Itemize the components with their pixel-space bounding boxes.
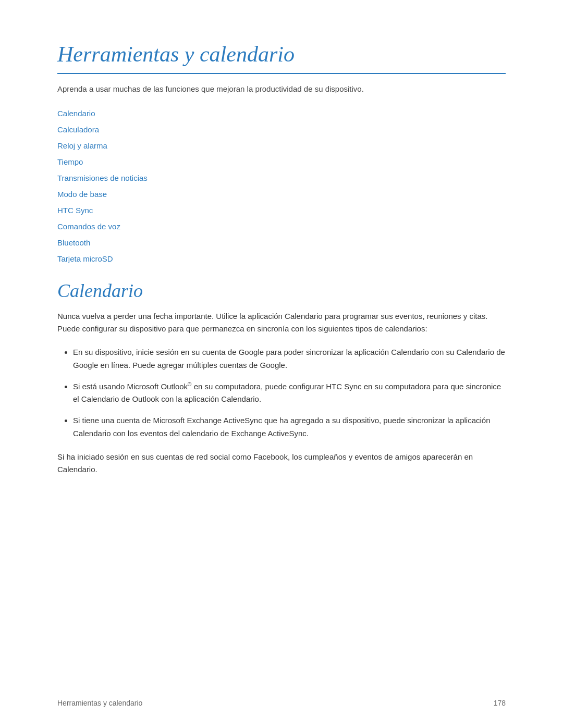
- bullet-item-1: En su dispositivo, inicie sesión en su c…: [73, 346, 506, 372]
- toc-link-comandos-voz[interactable]: Comandos de voz: [57, 221, 506, 232]
- toc-link-htc-sync[interactable]: HTC Sync: [57, 205, 506, 216]
- toc-link-calculadora[interactable]: Calculadora: [57, 124, 506, 135]
- section-title: Calendario: [57, 280, 506, 302]
- footer-label: Herramientas y calendario: [57, 699, 142, 707]
- toc-link-modo-base[interactable]: Modo de base: [57, 189, 506, 200]
- bullet-item-2: Si está usando Microsoft Outlook® en su …: [73, 380, 506, 406]
- section-intro: Nunca vuelva a perder una fecha importan…: [57, 310, 506, 336]
- toc-link-reloj[interactable]: Reloj y alarma: [57, 140, 506, 151]
- toc-link-calendario[interactable]: Calendario: [57, 108, 506, 119]
- toc-list: Calendario Calculadora Reloj y alarma Ti…: [57, 108, 506, 264]
- toc-link-transmisiones[interactable]: Transmisiones de noticias: [57, 172, 506, 183]
- page-container: Herramientas y calendario Aprenda a usar…: [0, 0, 563, 528]
- chapter-divider: [57, 73, 506, 74]
- chapter-title: Herramientas y calendario: [57, 42, 506, 67]
- footer-page-number: 178: [494, 699, 506, 707]
- bullet-item-3: Si tiene una cuenta de Microsoft Exchang…: [73, 414, 506, 440]
- section-closing: Si ha iniciado sesión en sus cuentas de …: [57, 451, 506, 477]
- footer: Herramientas y calendario 178: [57, 699, 506, 707]
- toc-link-tarjeta[interactable]: Tarjeta microSD: [57, 253, 506, 264]
- chapter-subtitle: Aprenda a usar muchas de las funciones q…: [57, 83, 506, 95]
- bullet-list: En su dispositivo, inicie sesión en su c…: [73, 346, 506, 440]
- toc-link-bluetooth[interactable]: Bluetooth: [57, 237, 506, 248]
- toc-link-tiempo[interactable]: Tiempo: [57, 156, 506, 167]
